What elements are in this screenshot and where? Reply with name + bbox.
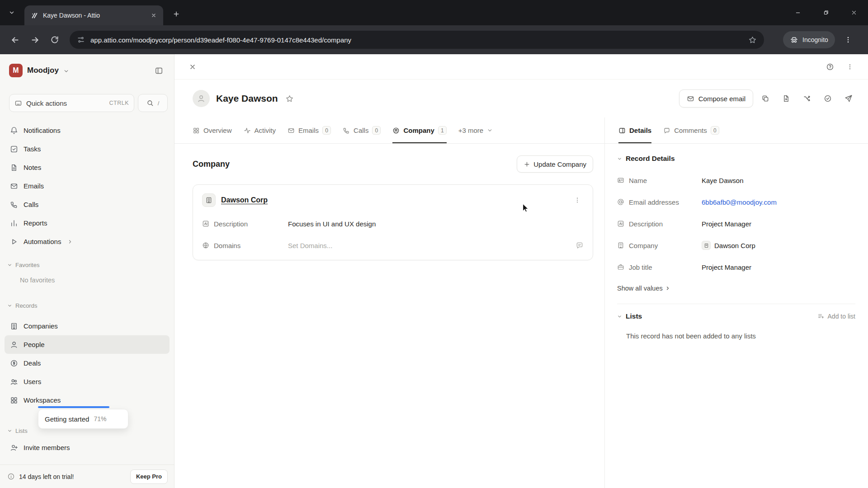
detail-value[interactable]: Kaye Dawson	[702, 177, 744, 184]
copy-icon	[761, 94, 769, 103]
back-button[interactable]	[6, 31, 24, 48]
detail-row-description: Description Project Manager	[617, 219, 855, 229]
tab-emails[interactable]: Emails 0	[288, 117, 331, 143]
window-minimize-button[interactable]	[784, 0, 812, 25]
compose-email-button[interactable]: Compose email	[679, 89, 753, 108]
sidebar-item-label: Tasks	[24, 145, 41, 153]
sidebar-item-notes[interactable]: Notes	[5, 158, 170, 177]
email-link[interactable]: 6bb6afb0@moodjoy.com	[702, 198, 777, 206]
workspace-switcher[interactable]: M Moodjoy	[0, 58, 174, 83]
company-card: Dawson Corp Description Focuses in UI an…	[193, 184, 593, 260]
tab-overview[interactable]: Overview	[193, 117, 232, 143]
record-tabs: Overview Activity Emails 0 Calls 0	[175, 117, 604, 143]
sidebar-item-tasks[interactable]: Tasks	[5, 140, 170, 158]
sidebar-item-calls[interactable]: Calls	[5, 195, 170, 214]
browser-menu-button[interactable]	[840, 32, 856, 47]
getting-started-card[interactable]: Getting started 71%	[38, 409, 128, 429]
record-details-header[interactable]: Record Details	[617, 154, 855, 164]
incognito-icon	[790, 36, 798, 44]
keep-pro-button[interactable]: Keep Pro	[130, 469, 168, 484]
tab-label: Company	[403, 127, 434, 134]
new-tab-button[interactable]	[170, 7, 183, 21]
chevron-right-icon	[67, 239, 73, 244]
favorites-section-header[interactable]: Favorites	[0, 257, 174, 272]
grid-icon	[10, 396, 18, 404]
help-button[interactable]	[824, 61, 836, 73]
bookmark-star-icon[interactable]	[748, 36, 757, 44]
company-card-menu-button[interactable]	[571, 194, 584, 206]
update-company-button[interactable]: Update Company	[517, 155, 593, 173]
restore-icon	[823, 9, 829, 16]
create-task-button[interactable]	[819, 90, 836, 107]
detail-row-job-title: Job title Project Manager	[617, 262, 855, 272]
sidebar-item-people[interactable]: People	[5, 335, 170, 354]
domains-input-placeholder[interactable]: Set Domains...	[288, 242, 332, 249]
description-value[interactable]: Focuses in UI and UX design	[288, 220, 376, 228]
chevron-right-icon	[665, 286, 670, 291]
tab-search-button[interactable]	[5, 6, 18, 19]
quick-actions-row: Quick actions CTRLK /	[9, 94, 168, 112]
tab-more[interactable]: +3 more	[458, 117, 493, 143]
person-icon	[10, 341, 18, 349]
tab-company[interactable]: Company 1	[392, 117, 446, 143]
phone-icon	[343, 127, 350, 134]
sidebar-item-companies[interactable]: Companies	[5, 317, 170, 335]
panel-divider	[617, 304, 855, 304]
quick-actions-button[interactable]: Quick actions CTRLK	[9, 94, 134, 112]
add-note-button[interactable]	[778, 90, 795, 107]
plus-icon	[524, 161, 530, 168]
sidebar-item-reports[interactable]: Reports	[5, 214, 170, 232]
window-restore-button[interactable]	[812, 0, 840, 25]
forward-button[interactable]	[26, 31, 43, 48]
tab-label: Emails	[298, 127, 319, 134]
detail-row-email: Email addresses 6bb6afb0@moodjoy.com	[617, 197, 855, 207]
sidebar-item-label: Notes	[24, 164, 41, 171]
search-button[interactable]: /	[138, 94, 168, 112]
slash-shortcut: /	[158, 100, 160, 107]
invite-members-button[interactable]: Invite members	[5, 438, 170, 457]
more-options-button[interactable]	[844, 61, 856, 73]
chevron-down-icon[interactable]	[617, 314, 622, 319]
panel-icon	[155, 66, 163, 75]
sidebar-item-notifications[interactable]: Notifications	[5, 121, 170, 140]
favorite-star-button[interactable]	[285, 94, 294, 103]
tab-activity[interactable]: Activity	[244, 117, 276, 143]
copy-record-button[interactable]	[757, 90, 774, 107]
company-tab-content: Company Update Company Dawson Corp	[175, 144, 604, 488]
tab-label: Calls	[354, 127, 368, 134]
attio-app: M Moodjoy Quick actions CTRLK /	[0, 54, 868, 488]
site-info-icon[interactable]	[77, 36, 85, 44]
plus-icon	[173, 10, 180, 18]
sidebar-collapse-button[interactable]	[151, 63, 166, 78]
contact-card-icon	[617, 177, 624, 184]
address-bar[interactable]: app.attio.com/moodjoycorp/person/d39eade…	[70, 31, 764, 49]
tab-calls[interactable]: Calls 0	[343, 117, 381, 143]
merge-records-button[interactable]	[798, 90, 816, 107]
info-icon	[7, 473, 15, 480]
window-controls	[784, 0, 868, 25]
url-text[interactable]: app.attio.com/moodjoycorp/person/d39eade…	[90, 36, 743, 44]
show-all-values-button[interactable]: Show all values	[617, 285, 855, 292]
detail-value[interactable]: Project Manager	[702, 263, 751, 271]
company-chip[interactable]: Dawson Corp	[702, 241, 755, 250]
sidebar-item-automations[interactable]: Automations	[5, 232, 170, 251]
send-button[interactable]	[840, 90, 857, 107]
records-section-header[interactable]: Records	[0, 298, 174, 313]
tab-close-icon[interactable]	[149, 10, 159, 20]
browser-tab[interactable]: Kaye Dawson - Attio	[24, 5, 163, 25]
domain-suggest-icon[interactable]	[576, 241, 584, 249]
window-close-button[interactable]	[840, 0, 868, 25]
tab-details[interactable]: Details	[618, 117, 651, 143]
close-record-button[interactable]	[186, 61, 199, 73]
detail-value[interactable]: Project Manager	[702, 220, 751, 228]
sidebar-item-deals[interactable]: Deals	[5, 354, 170, 372]
lists-section: Lists Add to list	[617, 311, 855, 321]
reload-button[interactable]	[46, 31, 63, 48]
add-to-list-button[interactable]: Add to list	[817, 313, 855, 320]
sidebar-item-users[interactable]: Users	[5, 372, 170, 391]
company-link[interactable]: Dawson Corp	[221, 196, 268, 204]
tab-count-badge: 0	[372, 126, 381, 135]
tab-title: Kaye Dawson - Attio	[43, 12, 144, 19]
sidebar-item-emails[interactable]: Emails	[5, 177, 170, 195]
tab-comments[interactable]: Comments 0	[663, 117, 719, 143]
